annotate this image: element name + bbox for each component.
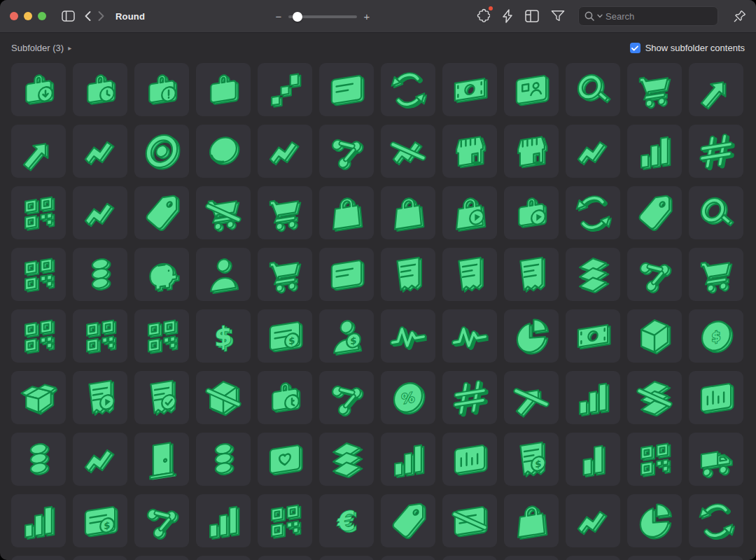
icon-tile-shopping-bag[interactable]: [381, 186, 435, 239]
icon-tile-clipped[interactable]: [627, 556, 682, 560]
icon-tile-briefcase-play[interactable]: [504, 186, 559, 239]
icon-tile-tilted-hashtag[interactable]: [689, 125, 743, 178]
icon-tile-refresh-arrows[interactable]: [566, 186, 620, 239]
icon-tile-share-wrench[interactable]: [319, 125, 374, 178]
zoom-in-button[interactable]: +: [363, 10, 371, 22]
icon-tile-interlocked-s[interactable]: [73, 433, 127, 486]
icon-tile-receipt-lines[interactable]: [442, 248, 497, 301]
zoom-button[interactable]: [38, 12, 46, 20]
icon-tile-stacked-spheres[interactable]: [73, 248, 127, 301]
icon-tile-bar-chart-cube[interactable]: [11, 494, 66, 547]
icon-tile-coins-growth[interactable]: [196, 433, 251, 486]
icon-tile-ascending-blocks[interactable]: [258, 63, 312, 116]
bolt-icon[interactable]: [502, 9, 513, 23]
icon-tile-image-card[interactable]: [319, 248, 374, 301]
show-subfolder-checkbox[interactable]: [630, 43, 640, 53]
icon-tile-naira-hashtag[interactable]: [442, 371, 497, 424]
sidebar-toggle-icon[interactable]: [62, 10, 75, 22]
icon-tile-diagonal-link[interactable]: [566, 125, 620, 178]
extensions-puzzle-icon[interactable]: [475, 8, 490, 24]
icon-tile-qr-code[interactable]: [73, 309, 127, 363]
icon-tile-search-pie[interactable]: [689, 186, 743, 239]
icon-tile-bag-play[interactable]: [442, 186, 497, 239]
icon-tile-clipped[interactable]: [689, 556, 743, 560]
icon-tile-price-tag[interactable]: [134, 186, 189, 239]
icon-tile-id-card-dollar[interactable]: [504, 63, 559, 116]
icon-tile-clipped[interactable]: [504, 556, 559, 560]
icon-tile-storefront-awning[interactable]: [442, 125, 497, 178]
icon-tile-trend-up-arrow[interactable]: [689, 63, 743, 116]
icon-tile-cart-tilted[interactable]: [689, 248, 743, 301]
icon-tile-briefcase[interactable]: [196, 63, 251, 116]
icon-tile-receipt-check[interactable]: [134, 371, 189, 424]
icon-tile-briefcase-download[interactable]: [11, 63, 66, 116]
icon-tile-column-bars[interactable]: [627, 125, 682, 178]
icon-tile-zigzag-chart[interactable]: [258, 125, 312, 178]
icon-tile-clipped[interactable]: [381, 556, 435, 560]
icon-tile-bar-chart-3d[interactable]: [196, 494, 251, 547]
icon-tile-s-curve-crossed[interactable]: [381, 125, 435, 178]
icon-tile-person-dollar[interactable]: $: [319, 309, 374, 363]
icon-tile-activity-pulse[interactable]: [442, 309, 497, 363]
icon-tile-wallet-bag[interactable]: [504, 494, 559, 547]
icon-tile-stat-card[interactable]: [689, 371, 743, 424]
icon-tile-coin-stack-steps[interactable]: [11, 433, 66, 486]
search-scope-chevron-icon[interactable]: [597, 14, 603, 18]
icon-tile-dollar-coin[interactable]: $$: [689, 309, 743, 363]
back-chevron-button[interactable]: [85, 11, 91, 21]
minimize-button[interactable]: [24, 12, 32, 20]
icon-tile-grid-board[interactable]: [11, 186, 66, 239]
icon-tile-crystal-diamond[interactable]: [381, 494, 435, 547]
icon-tile-cart-crossed[interactable]: [196, 186, 251, 239]
icon-tile-connected-blocks[interactable]: [11, 248, 66, 301]
icon-tile-briefcase-key[interactable]: [258, 371, 312, 424]
icon-tile-qr-scan[interactable]: [134, 309, 189, 363]
icon-tile-card-crossed[interactable]: [442, 494, 497, 547]
icon-tile-briefcase-alert[interactable]: [134, 63, 189, 116]
icon-tile-clipped[interactable]: [258, 556, 312, 560]
icon-tile-box-crossed[interactable]: [196, 371, 251, 424]
icon-tile-dollar-card[interactable]: $: [258, 309, 312, 363]
icon-tile-qr-fragments[interactable]: [11, 309, 66, 363]
icon-tile-currency-exchange[interactable]: [381, 63, 435, 116]
icon-tile-straight-arrow[interactable]: [11, 125, 66, 178]
icon-tile-spiral-vortex[interactable]: [134, 125, 189, 178]
icon-tile-bolt-ribbon[interactable]: [566, 494, 620, 547]
icon-tile-person-gear[interactable]: [196, 248, 251, 301]
layout-columns-icon[interactable]: [525, 10, 539, 22]
icon-tile-card-heart[interactable]: [258, 433, 312, 486]
search-field[interactable]: [578, 6, 718, 26]
icon-tile-clipped[interactable]: [134, 556, 189, 560]
icon-tile-curve-crossed[interactable]: [504, 371, 559, 424]
icon-tile-chain-links[interactable]: [319, 371, 374, 424]
icon-tile-zigzag-step[interactable]: [73, 186, 127, 239]
icon-tile-bar-chart-panel[interactable]: [442, 433, 497, 486]
icon-tile-search-analytics[interactable]: [566, 63, 620, 116]
icon-tile-discount-coin[interactable]: %%: [381, 371, 435, 424]
icon-tile-pie-slice[interactable]: [504, 309, 559, 363]
icon-tile-receipt-stack[interactable]: [504, 248, 559, 301]
icon-tile-cube-cluster[interactable]: [258, 494, 312, 547]
icon-tile-briefcase-clock[interactable]: [73, 63, 127, 116]
icon-tile-clipped[interactable]: [73, 556, 127, 560]
icon-tile-clipped[interactable]: [319, 556, 374, 560]
icon-tile-door[interactable]: [134, 433, 189, 486]
icon-tile-coin-disc[interactable]: [196, 125, 251, 178]
icon-tile-refresh-loop[interactable]: [689, 494, 743, 547]
icon-tile-open-box[interactable]: [11, 371, 66, 424]
icon-tile-receipt-coins[interactable]: $: [504, 433, 559, 486]
icon-tile-message-dollar[interactable]: $: [73, 494, 127, 547]
icon-tile-clipped[interactable]: [196, 556, 251, 560]
icon-tile-stacked-layers[interactable]: [319, 433, 374, 486]
icon-tile-blocks-crossed[interactable]: [627, 371, 682, 424]
icon-tile-open-wallet[interactable]: [319, 186, 374, 239]
icon-tile-ledger-book[interactable]: [627, 309, 682, 363]
icon-tile-banknote[interactable]: [442, 63, 497, 116]
icon-tile-satellite[interactable]: [627, 248, 682, 301]
icon-tile-two-bars[interactable]: [566, 433, 620, 486]
icon-tile-clipped[interactable]: [566, 556, 620, 560]
icon-tile-tractor[interactable]: [689, 433, 743, 486]
icon-tile-money-wave[interactable]: [381, 309, 435, 363]
zoom-slider-track[interactable]: [288, 15, 357, 18]
icon-tile-receipt-play[interactable]: [73, 371, 127, 424]
